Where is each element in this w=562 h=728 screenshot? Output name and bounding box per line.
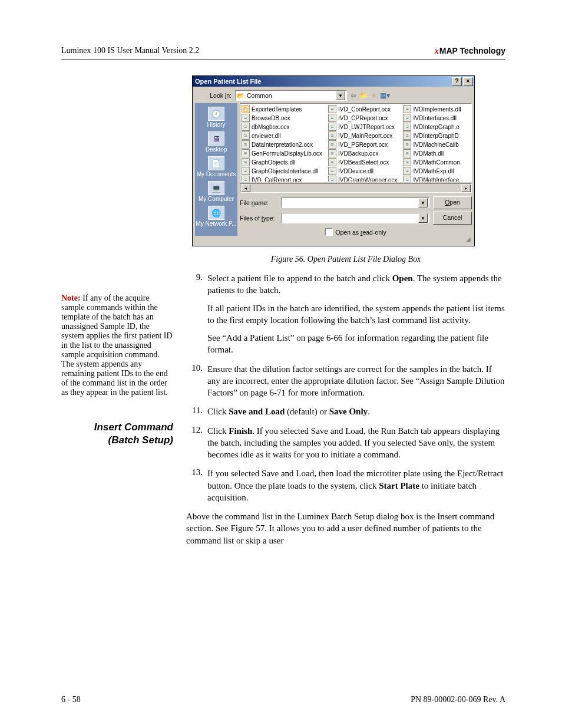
list-item[interactable]: ≡IVDInterpGraphD xyxy=(403,131,461,140)
place-mycomputer[interactable]: 💻My Computer xyxy=(199,180,234,203)
list-item[interactable]: ≡IVDDevice.dll xyxy=(328,167,397,175)
dialog-titlebar: Open Patient List File ? × xyxy=(193,76,474,87)
list-item[interactable]: ▢ExportedTemplates xyxy=(242,105,322,113)
open-file-dialog: Open Patient List File ? × Look in: 📂 Co… xyxy=(192,75,475,246)
list-item[interactable]: ≡IVD_ConReport.ocx xyxy=(328,105,397,113)
file-icon: ≡ xyxy=(403,114,411,122)
dialog-title: Open Patient List File xyxy=(195,78,261,85)
close-button[interactable]: × xyxy=(463,77,473,86)
insert-command-paragraph: Above the command list in the Luminex Ba… xyxy=(186,510,505,546)
file-icon: ≡ xyxy=(328,167,336,175)
filetype-dropdown[interactable]: ▼ xyxy=(281,213,429,223)
readonly-label: Open as read-only xyxy=(335,229,386,236)
file-icon: ≡ xyxy=(242,114,250,122)
cancel-button[interactable]: Cancel xyxy=(433,212,472,225)
back-icon[interactable]: ⇦ xyxy=(351,91,356,100)
folder-icon: 📂 xyxy=(237,92,244,100)
file-icon: ≡ xyxy=(328,114,336,122)
file-icon: ≡ xyxy=(328,140,336,149)
figure-caption: Figure 56. Open Patient List File Dialog… xyxy=(186,255,505,264)
file-icon: ≡ xyxy=(242,123,250,131)
scroll-left-icon[interactable]: ◂ xyxy=(241,185,250,192)
chevron-down-icon[interactable]: ▼ xyxy=(336,91,345,100)
folder-icon: ▢ xyxy=(242,105,250,113)
file-icon: ≡ xyxy=(328,131,336,140)
list-item[interactable]: ≡dbMsgbox.ocx xyxy=(242,123,322,131)
note-label: Note: xyxy=(61,294,81,302)
list-item[interactable]: ≡IVD_CPReport.ocx xyxy=(328,114,397,122)
list-item[interactable]: ≡crviewer.dll xyxy=(242,131,322,140)
lookin-value: Common xyxy=(247,92,272,99)
file-icon: ≡ xyxy=(242,140,250,149)
list-item[interactable]: ≡IVDInterpGraph.o xyxy=(403,123,461,131)
open-button[interactable]: Open xyxy=(433,196,472,209)
file-icon: ≡ xyxy=(403,131,411,140)
list-item[interactable]: ≡IVDInterfaces.dll xyxy=(403,114,461,122)
list-item[interactable]: ≡IVD_CalReport.ocx xyxy=(242,176,322,182)
list-item[interactable]: ≡IVDMachineCalib xyxy=(403,140,461,149)
running-header: Luminex 100 IS User Manual Version 2.2 x… xyxy=(61,46,505,60)
file-icon: ≡ xyxy=(403,158,411,166)
file-icon: ≡ xyxy=(242,131,250,140)
horizontal-scrollbar[interactable]: ◂ ▸ xyxy=(240,183,472,193)
list-item[interactable]: ≡GraphObjects.dll xyxy=(242,158,322,166)
documents-icon: 📄 xyxy=(208,156,224,170)
list-item[interactable]: ≡IVD_MainReport.ocx xyxy=(328,131,397,140)
views-icon[interactable]: ▦▾ xyxy=(380,91,390,100)
list-item[interactable]: ≡BrowseDB.ocx xyxy=(242,114,322,122)
place-network[interactable]: 🌐My Network P... xyxy=(196,205,236,228)
section-heading: Insert Command (Batch Setup) xyxy=(61,421,173,447)
header-right: xMAP Technology xyxy=(435,46,505,56)
history-icon: 🕘 xyxy=(208,107,224,121)
file-icon: ≡ xyxy=(242,149,250,157)
file-icon: ≡ xyxy=(403,167,411,175)
list-item[interactable]: ≡IVDGraphWrapper.ocx xyxy=(328,176,397,182)
file-icon: ≡ xyxy=(242,176,250,182)
chevron-down-icon[interactable]: ▼ xyxy=(418,198,428,207)
filename-label: File name: xyxy=(240,199,277,206)
file-icon: ≡ xyxy=(328,149,336,157)
lookin-dropdown[interactable]: 📂 Common ▼ xyxy=(235,90,347,101)
lookin-label: Look in: xyxy=(195,92,232,99)
list-item[interactable]: ≡DataInterpretation2.ocx xyxy=(242,140,322,149)
header-left: Luminex 100 IS User Manual Version 2.2 xyxy=(61,46,199,56)
list-item[interactable]: ≡GenFormulaDisplayLib.ocx xyxy=(242,149,322,157)
scroll-right-icon[interactable]: ▸ xyxy=(461,185,471,192)
list-item[interactable]: ≡IVDMath.dll xyxy=(403,149,461,157)
resize-grip-icon[interactable]: ◢ xyxy=(195,236,472,242)
list-item[interactable]: ≡IVDMathInterface xyxy=(403,176,461,182)
list-item[interactable]: ≡IVDBeadSelect.ocx xyxy=(328,158,397,166)
list-item[interactable]: ≡IVD_LWJTReport.ocx xyxy=(328,123,397,131)
place-mydocs[interactable]: 📄My Documents xyxy=(197,155,236,179)
file-icon: ≡ xyxy=(403,123,411,131)
file-icon: ≡ xyxy=(242,167,250,175)
list-item[interactable]: ≡IVDMathExp.dll xyxy=(403,167,461,175)
place-history[interactable]: 🕘History xyxy=(207,106,225,129)
file-icon: ≡ xyxy=(403,176,411,182)
file-icon: ≡ xyxy=(403,140,411,149)
new-folder-icon[interactable]: ✳ xyxy=(371,91,377,100)
list-item[interactable]: ≡IVDMathCommon. xyxy=(403,158,461,166)
margin-note: Note: If any of the acquire sample comma… xyxy=(61,294,173,397)
file-icon: ≡ xyxy=(328,123,336,131)
procedure-steps: 9.Select a patient file to append to the… xyxy=(186,272,505,503)
file-list[interactable]: ▢ExportedTemplates ≡BrowseDB.ocx ≡dbMsgb… xyxy=(240,103,472,182)
chevron-down-icon[interactable]: ▼ xyxy=(418,213,428,223)
list-item[interactable]: ≡IVDImplements.dll xyxy=(403,105,461,113)
network-icon: 🌐 xyxy=(208,206,224,220)
up-folder-icon[interactable]: 📁 xyxy=(359,91,368,100)
filetype-label: Files of type: xyxy=(240,215,277,222)
place-desktop[interactable]: 🖥Desktop xyxy=(206,130,227,154)
file-icon: ≡ xyxy=(242,158,250,166)
computer-icon: 💻 xyxy=(208,181,224,195)
list-item[interactable]: ≡IVD_PSReport.ocx xyxy=(328,140,397,149)
file-icon: ≡ xyxy=(403,149,411,157)
list-item[interactable]: ≡GraphObjectsInterface.dll xyxy=(242,167,322,175)
help-button[interactable]: ? xyxy=(452,77,462,86)
desktop-icon: 🖥 xyxy=(208,131,224,146)
list-item[interactable]: ≡IVDBackup.ocx xyxy=(328,149,397,157)
filename-input[interactable]: ▼ xyxy=(281,197,429,208)
file-icon: ≡ xyxy=(403,105,411,113)
readonly-checkbox[interactable] xyxy=(325,228,333,236)
note-body: If any of the acquire sample commands wi… xyxy=(61,294,173,397)
